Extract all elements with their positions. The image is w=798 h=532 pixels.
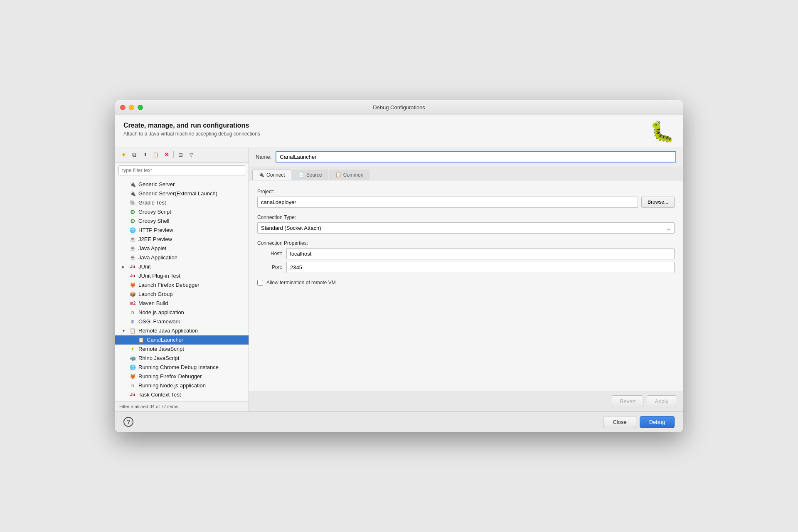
sidebar-item-task-context[interactable]: Ju Task Context Test — [115, 390, 249, 399]
revert-label: Revert — [620, 398, 635, 404]
close-button[interactable]: Close — [603, 416, 636, 428]
revert-button[interactable]: Revert — [612, 395, 643, 407]
debug-button[interactable]: Debug — [640, 416, 675, 428]
sidebar-item-groovy-script[interactable]: ⚙ Groovy Script — [115, 207, 249, 217]
sidebar-item-groovy-shell[interactable]: ⚙ Groovy Shell — [115, 217, 249, 226]
osgi-icon: ⊕ — [129, 318, 136, 325]
toolbar-separator — [173, 151, 174, 158]
body: ✦ ⧉ ⬆ 📋 ✕ ⊟ ▽ — [115, 147, 683, 411]
maven-icon: m2 — [129, 300, 136, 307]
sidebar-item-nodejs[interactable]: n Node.js application — [115, 308, 249, 317]
connection-type-label: Connection Type: — [257, 214, 675, 220]
expand-icon: ▼ — [122, 329, 127, 333]
sidebar-item-remote-js[interactable]: ✦ Remote JavaScript — [115, 345, 249, 354]
help-icon: ? — [127, 419, 131, 425]
port-input[interactable] — [286, 262, 675, 273]
sidebar-item-launch-firefox[interactable]: 🦊 Launch Firefox Debugger — [115, 281, 249, 290]
sidebar-toolbar: ✦ ⧉ ⬆ 📋 ✕ ⊟ ▽ — [115, 147, 249, 163]
sidebar-item-rhino[interactable]: 🦏 Rhino JavaScript — [115, 354, 249, 363]
apply-button[interactable]: Apply — [647, 395, 676, 407]
firefox-icon: 🦊 — [129, 282, 136, 288]
name-input[interactable] — [276, 151, 676, 163]
project-input-group: Browse... — [257, 197, 675, 208]
window-title: Debug Configurations — [373, 104, 425, 111]
sidebar-label: Task Context Test — [138, 392, 181, 398]
connection-type-select[interactable]: Standard (Socket Attach) Standard (Socke… — [257, 222, 675, 234]
collapse-button[interactable]: ⊟ — [175, 150, 185, 160]
browse-label: Browse... — [648, 199, 668, 205]
minimize-button[interactable] — [129, 105, 134, 110]
project-label: Project: — [257, 189, 675, 195]
tab-connect[interactable]: 🔌 Connect — [252, 170, 291, 180]
host-label: Host: — [257, 251, 282, 256]
sidebar-item-generic-server[interactable]: 🔌 Generic Server — [115, 180, 249, 189]
delete-button[interactable]: ✕ — [162, 150, 172, 160]
sidebar-item-generic-server-ext[interactable]: 🔌 Generic Server(External Launch) — [115, 189, 249, 198]
copy-icon: 📋 — [153, 152, 159, 158]
remote-java-icon: 📋 — [129, 328, 136, 334]
sidebar-label: Groovy Shell — [138, 218, 169, 224]
sidebar-item-junit-plugin[interactable]: Ju JUnit Plug-in Test — [115, 271, 249, 281]
sidebar-label: Java Application — [138, 254, 177, 261]
header-text: Create, manage, and run configurations A… — [123, 122, 260, 137]
sidebar-item-j2ee[interactable]: ☕ J2EE Preview — [115, 235, 249, 244]
sidebar-item-chrome-debug[interactable]: 🌐 Running Chrome Debug Instance — [115, 363, 249, 372]
java-app-icon: ☕ — [129, 254, 136, 261]
sidebar-label: Gradle Test — [138, 200, 166, 206]
sidebar-label: JUnit Plug-in Test — [138, 273, 180, 279]
sidebar-label: J2EE Preview — [138, 236, 172, 242]
junit-plugin-icon: Ju — [129, 273, 136, 279]
new-config-button[interactable]: ✦ — [118, 150, 128, 160]
source-tab-label: Source — [306, 172, 322, 178]
browse-button[interactable]: Browse... — [641, 197, 675, 208]
running-nodejs-icon: n — [129, 382, 136, 389]
remote-js-icon: ✦ — [129, 346, 136, 352]
sidebar-item-gradle-test[interactable]: 🐘 Gradle Test — [115, 198, 249, 207]
java-applet-icon: ☕ — [129, 245, 136, 252]
help-button[interactable]: ? — [123, 417, 133, 427]
delete-icon: ✕ — [164, 151, 169, 158]
collapse-icon: ⊟ — [178, 152, 183, 158]
sidebar-item-launch-group[interactable]: 📦 Launch Group — [115, 290, 249, 299]
sidebar-item-running-firefox[interactable]: 🦊 Running Firefox Debugger — [115, 372, 249, 381]
connect-tab-icon: 🔌 — [259, 172, 264, 177]
host-input[interactable] — [286, 248, 675, 259]
export-button[interactable]: ⬆ — [140, 150, 150, 160]
close-label: Close — [613, 419, 626, 425]
project-input[interactable] — [257, 197, 638, 208]
filter-icon: ▽ — [190, 152, 193, 158]
junit-icon: Ju — [129, 264, 136, 270]
new-icon: ✦ — [121, 151, 126, 159]
allow-termination-checkbox[interactable] — [257, 280, 263, 286]
sidebar: ✦ ⧉ ⬆ 📋 ✕ ⊟ ▽ — [115, 147, 249, 411]
sidebar-item-remote-java-app[interactable]: ▼ 📋 Remote Java Application — [115, 326, 249, 335]
sidebar-item-junit[interactable]: ▶ Ju JUnit — [115, 262, 249, 271]
footer-right: Close Debug — [603, 416, 675, 428]
sidebar-item-java-applet[interactable]: ☕ Java Applet — [115, 244, 249, 253]
filter-button[interactable]: ▽ — [186, 150, 196, 160]
sidebar-label: Node.js application — [138, 309, 184, 315]
sidebar-item-maven[interactable]: m2 Maven Build — [115, 299, 249, 308]
filter-input[interactable] — [118, 165, 245, 175]
debug-label: Debug — [649, 419, 665, 425]
sidebar-item-osgi[interactable]: ⊕ OSGi Framework — [115, 317, 249, 326]
sidebar-label: JUnit — [138, 264, 151, 270]
close-window-button[interactable] — [120, 105, 126, 110]
sidebar-label: Running Firefox Debugger — [138, 373, 202, 379]
tab-source[interactable]: 📄 Source — [292, 170, 328, 180]
connect-tab-label: Connect — [266, 172, 285, 178]
sidebar-item-canal-launcher[interactable]: 📋 CanalLauncher — [115, 335, 249, 345]
sidebar-label: OSGi Framework — [138, 318, 180, 325]
sidebar-label: HTTP Preview — [138, 227, 173, 233]
copy-button[interactable]: 📋 — [151, 150, 161, 160]
duplicate-button[interactable]: ⧉ — [129, 150, 139, 160]
sidebar-label: Remote Java Application — [138, 328, 198, 334]
sidebar-item-running-nodejs[interactable]: n Running Node.js application — [115, 381, 249, 390]
filter-box — [115, 163, 249, 178]
header-title: Create, manage, and run configurations — [123, 122, 260, 129]
sidebar-item-http-preview[interactable]: 🌐 HTTP Preview — [115, 226, 249, 235]
sidebar-item-java-application[interactable]: ☕ Java Application — [115, 253, 249, 262]
groovy-script-icon: ⚙ — [129, 209, 136, 215]
maximize-button[interactable] — [138, 105, 143, 110]
tab-common[interactable]: 📋 Common — [329, 170, 370, 180]
